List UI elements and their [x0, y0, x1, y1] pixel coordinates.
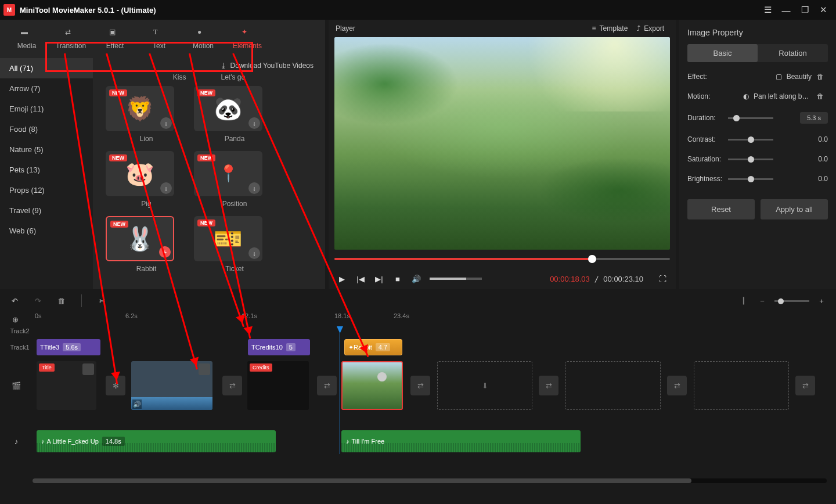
clip-credits10[interactable]: T Credits105 — [248, 339, 310, 355]
minimize-icon[interactable]: — — [777, 1, 795, 19]
duration-slider[interactable] — [728, 117, 773, 119]
empty-slot[interactable] — [694, 361, 789, 410]
export-button[interactable]: ⤴Export — [632, 22, 669, 35]
element-position[interactable]: NEW📍↓ — [194, 151, 262, 196]
effect-icon[interactable]: ▢ — [775, 73, 783, 81]
element-pig[interactable]: NEW🐷↓ — [106, 151, 174, 196]
audio-clip-2[interactable]: ♪ Till I'm Free — [341, 430, 581, 452]
scrub-handle[interactable] — [588, 255, 596, 263]
clip-rabbit[interactable]: ✦ Rabbit4.7 — [344, 339, 402, 355]
saturation-slider[interactable] — [728, 159, 773, 160]
element-lion-label: Lion — [106, 131, 187, 146]
add-track-icon[interactable]: ⊕ — [7, 311, 23, 327]
timeline-ruler[interactable]: 0s 6.2s 12.1s 18.1s 23.4s — [33, 312, 836, 326]
play-icon[interactable]: ▶ — [337, 273, 347, 284]
transition-slot[interactable]: ⇄ — [317, 376, 337, 395]
volume-icon[interactable]: 🔊 — [411, 273, 421, 284]
transition-slot[interactable]: ⇄ — [795, 376, 815, 395]
fullscreen-icon[interactable]: ⛶ — [657, 273, 668, 284]
element-rabbit[interactable]: NEW🐰+ — [106, 216, 174, 261]
download-icon[interactable]: ↓ — [248, 182, 260, 194]
media-clip-4[interactable] — [341, 361, 403, 410]
player-panel: Player ≡Template ⤴Export ▶ |◀ ▶| ■ 🔊 00:… — [329, 20, 676, 289]
motion-icon[interactable]: ◐ — [742, 92, 750, 100]
prev-icon[interactable]: |◀ — [355, 273, 366, 284]
tab-rotation[interactable]: Rotation — [758, 44, 828, 62]
horizontal-scrollbar[interactable] — [33, 478, 827, 483]
empty-slot[interactable] — [565, 361, 661, 410]
delete-icon[interactable]: 🗑 — [816, 92, 824, 100]
download-youtube-button[interactable]: ⭳Download YouTube Videos — [93, 58, 325, 73]
delete-icon[interactable]: 🗑 — [55, 294, 67, 307]
clip-title3[interactable]: T Title35.6s — [37, 339, 100, 355]
preview-viewport[interactable] — [334, 37, 670, 250]
redo-icon[interactable]: ↷ — [31, 294, 44, 307]
transition-slot[interactable]: ⇄ — [410, 376, 430, 395]
category-nature[interactable]: Nature (5) — [0, 139, 93, 160]
media-clip-1[interactable]: Title — [37, 361, 96, 410]
duration-field[interactable]: 5.3 s — [800, 112, 828, 124]
volume-slider[interactable] — [430, 278, 482, 280]
timeline-panel: ↶ ↷ 🗑 ✂ ⎹⎸ − + ⊕ 0s 6.2s 12.1s 18.1s 23.… — [0, 289, 836, 504]
tab-effect[interactable]: ▣Effect — [94, 23, 136, 55]
element-grid: ⭳Download YouTube Videos Kiss Let's go N… — [93, 58, 325, 289]
zoom-in-icon[interactable]: + — [815, 294, 828, 307]
tab-motion[interactable]: ●Motion — [182, 23, 224, 55]
undo-icon[interactable]: ↶ — [8, 294, 21, 307]
category-travel[interactable]: Travel (9) — [0, 200, 93, 221]
menu-icon[interactable]: ☰ — [758, 1, 777, 19]
add-icon[interactable]: + — [159, 246, 171, 258]
download-icon[interactable]: ↓ — [160, 117, 172, 129]
tab-elements[interactable]: ✦Elements — [226, 23, 268, 55]
category-props[interactable]: Props (12) — [0, 180, 93, 200]
next-icon[interactable]: ▶| — [374, 273, 384, 284]
properties-title: Image Property — [687, 28, 828, 37]
category-emoji[interactable]: Emoji (11) — [0, 99, 93, 119]
contrast-slider[interactable] — [728, 139, 773, 141]
tab-text[interactable]: TText — [138, 23, 180, 55]
category-food[interactable]: Food (8) — [0, 119, 93, 139]
prop-brightness: Brightness: 0.0 — [687, 175, 828, 183]
category-all[interactable]: All (71) — [0, 58, 93, 78]
scrub-bar[interactable] — [334, 253, 670, 265]
player-controls: ▶ |◀ ▶| ■ 🔊 00:00:18.03 / 00:00:23.10 ⛶ — [329, 268, 676, 289]
reset-button[interactable]: Reset — [687, 199, 755, 219]
zoom-control: ⎹⎸ − + — [737, 294, 828, 307]
download-icon[interactable]: ↓ — [248, 247, 260, 259]
stop-icon[interactable]: ■ — [392, 273, 403, 284]
split-icon[interactable]: ✂ — [96, 294, 109, 307]
maximize-icon[interactable]: ❐ — [795, 1, 814, 19]
category-pets[interactable]: Pets (13) — [0, 160, 93, 180]
media-clip-3[interactable]: Credits — [247, 361, 309, 410]
category-web[interactable]: Web (6) — [0, 221, 93, 241]
media-clip-2[interactable]: 🔊 — [131, 361, 212, 410]
zoom-slider[interactable] — [774, 300, 809, 302]
element-panda[interactable]: NEW🐼↓ — [194, 86, 262, 131]
download-icon[interactable]: ↓ — [160, 182, 172, 194]
zoom-out-icon[interactable]: − — [756, 294, 769, 307]
transition-slot[interactable]: ⇄ — [222, 376, 242, 395]
download-icon[interactable]: ↓ — [248, 117, 260, 129]
apply-all-button[interactable]: Apply to all — [761, 199, 828, 219]
close-icon[interactable]: ✕ — [814, 1, 833, 19]
delete-icon[interactable]: 🗑 — [816, 73, 824, 81]
transition-slot[interactable]: ⇄ — [539, 376, 558, 395]
element-ticket[interactable]: NEW🎫↓ — [194, 216, 262, 261]
prop-motion: Motion: ◐ Pan left along bot… 🗑 — [687, 92, 828, 100]
motion-indicator-icon — [82, 363, 94, 375]
timeline-toolbar: ↶ ↷ 🗑 ✂ ⎹⎸ − + — [0, 289, 836, 312]
app-title: MiniTool MovieMaker 5.0.1 - (Ultimate) — [20, 6, 156, 15]
transition-slot[interactable]: ⇄ — [667, 376, 687, 395]
category-arrow[interactable]: Arrow (7) — [0, 78, 93, 99]
empty-slot[interactable]: ⬇ — [437, 361, 532, 410]
tab-media[interactable]: ▬Media — [6, 23, 48, 55]
tab-transition[interactable]: ⇄Transition — [50, 23, 92, 55]
audio-clip-1[interactable]: ♪ A Little F_cked Up14.8s — [37, 430, 276, 452]
playhead[interactable] — [340, 326, 340, 454]
element-position-label: Position — [194, 196, 275, 211]
snap-icon[interactable]: ⎹⎸ — [737, 294, 750, 307]
tab-basic[interactable]: Basic — [687, 44, 758, 62]
template-button[interactable]: ≡Template — [588, 22, 633, 35]
brightness-slider[interactable] — [728, 178, 773, 180]
element-lion[interactable]: NEW🦁↓ — [106, 86, 174, 131]
